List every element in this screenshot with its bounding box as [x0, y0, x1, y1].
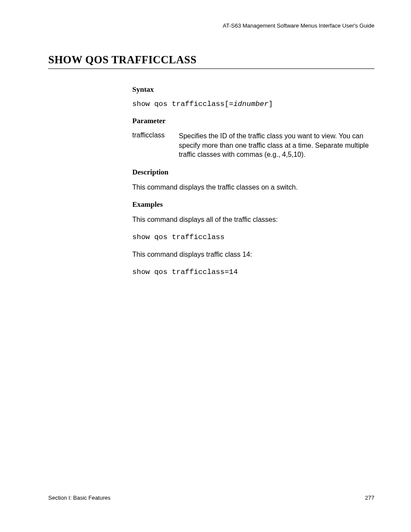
command-title: SHOW QOS TRAFFICCLASS [48, 54, 374, 69]
example-intro-2: This command displays traffic class 14: [132, 250, 374, 259]
description-text: This command displays the traffic classe… [132, 183, 374, 192]
parameter-heading: Parameter [132, 117, 374, 125]
page-footer: Section I: Basic Features 277 [48, 495, 374, 501]
examples-heading: Examples [132, 200, 374, 209]
example-command-2: show qos trafficclass=14 [132, 268, 374, 276]
page-header: AT-S63 Management Software Menus Interfa… [48, 22, 374, 29]
syntax-heading: Syntax [132, 85, 374, 94]
syntax-param: idnumber [234, 100, 269, 108]
syntax-prefix: show qos trafficclass[= [132, 100, 234, 108]
footer-section-label: Section I: Basic Features [48, 495, 111, 501]
example-command-1: show qos trafficclass [132, 233, 374, 241]
content-body: Syntax show qos trafficclass[=idnumber] … [132, 85, 374, 276]
syntax-command: show qos trafficclass[=idnumber] [132, 100, 374, 108]
description-heading: Description [132, 168, 374, 177]
example-intro-1: This command displays all of the traffic… [132, 215, 374, 224]
footer-page-number: 277 [365, 495, 374, 501]
parameter-name: trafficclass [132, 131, 179, 159]
syntax-suffix: ] [268, 100, 273, 108]
parameter-description: Specifies the ID of the traffic class yo… [179, 131, 374, 159]
parameter-row: trafficclass Specifies the ID of the tra… [132, 131, 374, 159]
